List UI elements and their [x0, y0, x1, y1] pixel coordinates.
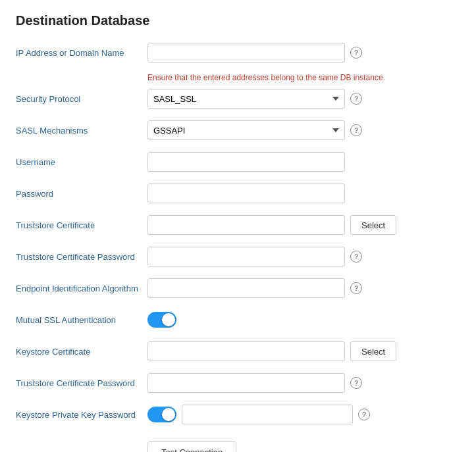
- ip-address-input[interactable]: [147, 43, 345, 63]
- username-label: Username: [16, 157, 147, 167]
- keystore-private-key-slider: [147, 407, 176, 422]
- endpoint-algo-control: ?: [147, 278, 460, 298]
- security-protocol-control: SASL_SSL SSL PLAINTEXT SASL_PLAINTEXT ?: [147, 89, 460, 109]
- password-label: Password: [16, 189, 147, 199]
- ip-address-row: IP Address or Domain Name ?: [16, 41, 460, 64]
- truststore-cert-password-label2: Truststore Certificate Password: [16, 378, 147, 388]
- password-control: [147, 184, 460, 203]
- endpoint-algo-row: Endpoint Identification Algorithm ?: [16, 277, 460, 299]
- truststore-cert-label: Truststore Certificate: [16, 220, 147, 230]
- sasl-mechanisms-row: SASL Mechanisms GSSAPI PLAIN SCRAM-SHA-2…: [16, 119, 460, 141]
- truststore-cert-select-button[interactable]: Select: [350, 215, 396, 235]
- mutual-ssl-toggle[interactable]: [147, 312, 176, 328]
- mutual-ssl-row: Mutual SSL Authentication: [16, 309, 460, 331]
- mutual-ssl-label: Mutual SSL Authentication: [16, 315, 147, 325]
- truststore-cert-password-control: ?: [147, 247, 460, 266]
- truststore-cert-row: Truststore Certificate Select: [16, 214, 460, 236]
- truststore-cert-password-help-icon[interactable]: ?: [350, 251, 362, 263]
- truststore-cert-password-control2: ?: [147, 373, 460, 393]
- security-protocol-help-icon[interactable]: ?: [350, 93, 362, 105]
- security-protocol-row: Security Protocol SASL_SSL SSL PLAINTEXT…: [16, 88, 460, 110]
- sasl-mechanisms-label: SASL Mechanisms: [16, 126, 147, 136]
- keystore-cert-row: Keystore Certificate Select: [16, 340, 460, 363]
- sasl-mechanisms-select[interactable]: GSSAPI PLAIN SCRAM-SHA-256 SCRAM-SHA-512: [147, 120, 345, 140]
- password-row: Password: [16, 182, 460, 205]
- endpoint-algo-label: Endpoint Identification Algorithm: [16, 284, 147, 293]
- test-connection-button[interactable]: Test Connection: [147, 441, 236, 452]
- sasl-mechanisms-control: GSSAPI PLAIN SCRAM-SHA-256 SCRAM-SHA-512…: [147, 120, 460, 140]
- username-input[interactable]: [147, 152, 345, 172]
- truststore-cert-password-label: Truststore Certificate Password: [16, 252, 147, 262]
- truststore-cert-password-input2[interactable]: [147, 373, 345, 393]
- security-protocol-select[interactable]: SASL_SSL SSL PLAINTEXT SASL_PLAINTEXT: [147, 89, 345, 109]
- ip-address-label: IP Address or Domain Name: [16, 48, 147, 58]
- truststore-cert-input[interactable]: [147, 215, 345, 235]
- mutual-ssl-control: [147, 312, 460, 328]
- ip-address-control: ?: [147, 43, 460, 63]
- truststore-cert-password-row: Truststore Certificate Password ?: [16, 245, 460, 268]
- page-title: Destination Database: [16, 13, 460, 28]
- username-row: Username: [16, 151, 460, 173]
- keystore-private-key-row: Keystore Private Key Password ?: [16, 403, 460, 426]
- keystore-cert-input[interactable]: [147, 341, 345, 361]
- truststore-cert-password-row2: Truststore Certificate Password ?: [16, 372, 460, 394]
- endpoint-algo-help-icon[interactable]: ?: [350, 282, 362, 294]
- keystore-private-key-input[interactable]: [182, 405, 353, 424]
- truststore-cert-control: Select: [147, 215, 460, 235]
- ip-address-help-icon[interactable]: ?: [350, 47, 362, 59]
- endpoint-algo-input[interactable]: [147, 278, 345, 298]
- truststore-cert-password-help-icon2[interactable]: ?: [350, 377, 362, 389]
- keystore-cert-label: Keystore Certificate: [16, 347, 147, 357]
- keystore-private-key-control: ?: [147, 405, 460, 424]
- mutual-ssl-slider: [147, 312, 176, 328]
- test-connection-row: Test Connection: [16, 435, 460, 452]
- ip-address-error: Ensure that the entered addresses belong…: [147, 73, 460, 82]
- keystore-cert-select-button[interactable]: Select: [350, 341, 396, 361]
- password-input[interactable]: [147, 184, 345, 203]
- keystore-private-key-label: Keystore Private Key Password: [16, 410, 147, 420]
- truststore-cert-password-input[interactable]: [147, 247, 345, 266]
- username-control: [147, 152, 460, 172]
- sasl-mechanisms-help-icon[interactable]: ?: [350, 124, 362, 136]
- keystore-cert-control: Select: [147, 341, 460, 361]
- keystore-private-key-toggle[interactable]: [147, 407, 176, 422]
- security-protocol-label: Security Protocol: [16, 94, 147, 104]
- keystore-private-key-help-icon[interactable]: ?: [358, 409, 370, 420]
